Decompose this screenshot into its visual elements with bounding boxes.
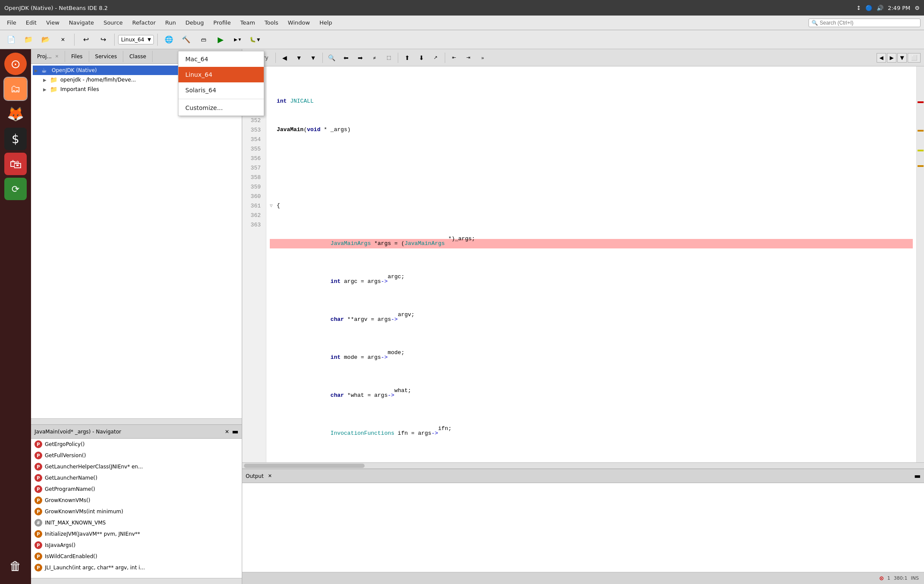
- platform-option-solaris64[interactable]: Solaris_64: [178, 82, 264, 98]
- editor-toolbar-sep-4: [445, 53, 445, 63]
- ed-more-button[interactable]: »: [476, 52, 489, 64]
- menu-navigate[interactable]: Navigate: [66, 18, 97, 28]
- menu-window[interactable]: Window: [284, 18, 313, 28]
- close-projects-tab-icon[interactable]: ✕: [55, 54, 59, 59]
- nav-item-growknownvms[interactable]: P GrowKnownVMs(): [31, 495, 242, 506]
- firefox-dock-icon[interactable]: 🦊: [4, 103, 27, 125]
- ed-next-button[interactable]: ➡: [354, 52, 367, 64]
- ed-forward-button[interactable]: ▼: [293, 52, 306, 64]
- clean-button[interactable]: 🗃: [196, 33, 211, 47]
- nav-item-getergo[interactable]: P GetErgoPolicy(): [31, 439, 242, 450]
- toolbar: 📄 📁 📂 ✕ ↩ ↪ Linux_64 ▼ 🌐 🔨 🗃 ▶ ▶▼ 🐛▼: [0, 30, 924, 49]
- terminal-dock-icon[interactable]: $: [4, 128, 27, 150]
- globe-button[interactable]: 🌐: [161, 33, 177, 47]
- menu-edit[interactable]: Edit: [22, 18, 40, 28]
- toolbar-separator-2: [114, 34, 115, 46]
- platform-dropdown[interactable]: Linux_64 ▼: [118, 35, 154, 44]
- platform-option-linux64[interactable]: Linux_64: [178, 67, 264, 82]
- debug-button[interactable]: 🐛▼: [247, 33, 263, 47]
- ubuntu-dock-icon[interactable]: ⊙: [4, 53, 27, 75]
- build-button[interactable]: 🔨: [178, 33, 194, 47]
- ed-indent-out[interactable]: ⇤: [448, 52, 461, 64]
- ed-prev-button[interactable]: ⬅: [340, 52, 353, 64]
- fold-marker-350[interactable]: ▽: [270, 201, 277, 210]
- code-line-jnicall: int JNICALL: [270, 97, 913, 106]
- menu-view[interactable]: View: [43, 18, 63, 28]
- new-file-button[interactable]: 📄: [3, 33, 19, 47]
- tree-node-icon: ☕: [41, 67, 50, 74]
- nav-item-initializejvm[interactable]: P InitializeJVM(JavaVM** pvm, JNIEnv**: [31, 528, 242, 540]
- menu-source[interactable]: Source: [100, 18, 126, 28]
- error-count-label: 1: [887, 575, 890, 581]
- nav-item-jlilaunch[interactable]: P JLI_Launch(int argc, char** argv, int …: [31, 562, 242, 573]
- nav-item-getlauncherhelper[interactable]: P GetLauncherHelperClass(JNIEnv* en...: [31, 461, 242, 472]
- platform-option-mac64[interactable]: Mac_64: [178, 51, 264, 67]
- menu-refactor[interactable]: Refactor: [129, 18, 159, 28]
- ed-back-button[interactable]: ◀: [278, 52, 291, 64]
- minimize-output-icon[interactable]: ▬: [914, 472, 921, 480]
- menu-run[interactable]: Run: [162, 18, 179, 28]
- tab-projects[interactable]: Proj... ✕: [31, 51, 65, 62]
- open-button[interactable]: 📂: [38, 33, 53, 47]
- tab-classes[interactable]: Classe: [123, 51, 153, 62]
- undo-button[interactable]: ↩: [78, 33, 94, 47]
- nav-item-getprogramname[interactable]: P GetProgramName(): [31, 484, 242, 495]
- nav-item-label-8: INIT_MAX_KNOWN_VMS: [45, 520, 106, 526]
- hscroll-thumb[interactable]: [244, 464, 365, 468]
- settings-icon[interactable]: ⚙: [915, 5, 920, 11]
- nav-icon-method-10: P: [34, 553, 42, 560]
- ed-down-icon[interactable]: ⬇: [415, 52, 428, 64]
- navigator-title: JavaMain(void* _args) - Navigator: [34, 429, 121, 435]
- menu-profile[interactable]: Profile: [210, 18, 234, 28]
- tree-item-label-2: openjdk - /home/fimh/Deve...: [60, 77, 136, 83]
- ed-find-button[interactable]: 🔍: [325, 52, 338, 64]
- search-box[interactable]: 🔍: [808, 19, 921, 27]
- redo-button[interactable]: ↪: [95, 33, 111, 47]
- tab-files[interactable]: Files: [65, 51, 89, 62]
- close-output-icon[interactable]: ✕: [268, 473, 272, 479]
- menu-debug[interactable]: Debug: [182, 18, 207, 28]
- menu-team[interactable]: Team: [237, 18, 258, 28]
- editor-next-arrow[interactable]: ▶: [887, 53, 896, 63]
- run-button[interactable]: ▶: [213, 33, 228, 47]
- tab-services-label: Services: [95, 53, 117, 60]
- nav-item-getfull[interactable]: P GetFullVersion(): [31, 450, 242, 461]
- editor-prev-arrow[interactable]: ◀: [877, 53, 886, 63]
- navigator-hscroll[interactable]: [31, 578, 242, 584]
- nav-item-init-max[interactable]: # INIT_MAX_KNOWN_VMS: [31, 517, 242, 528]
- search-input[interactable]: [820, 20, 918, 26]
- nav-item-isjavaargs[interactable]: P IsJavaArgs(): [31, 540, 242, 551]
- editor-maximize[interactable]: ⬜: [908, 53, 921, 63]
- software-center-dock-icon[interactable]: 🛍: [4, 153, 27, 175]
- project-tree-hscroll[interactable]: [31, 418, 242, 424]
- menu-help[interactable]: Help: [316, 18, 336, 28]
- nav-item-getlaunchername[interactable]: P GetLauncherName(): [31, 472, 242, 484]
- tab-services[interactable]: Services: [89, 51, 124, 62]
- close-navigator-icon[interactable]: ✕: [225, 429, 229, 435]
- code-content[interactable]: int JNICALL JavaMain(void * _args) ▽ {: [266, 66, 916, 462]
- menu-tools[interactable]: Tools: [261, 18, 282, 28]
- trash-dock-icon[interactable]: 🗑: [4, 555, 27, 577]
- nav-item-growknownvms2[interactable]: P GrowKnownVMs(int minimum): [31, 506, 242, 517]
- ed-fwd2-button[interactable]: ▼: [307, 52, 320, 64]
- sort-icon: ↕: [856, 5, 861, 11]
- close-button[interactable]: ✕: [55, 33, 71, 47]
- minimize-navigator-icon[interactable]: ▬: [232, 427, 238, 436]
- ed-indent-in[interactable]: ⇥: [462, 52, 475, 64]
- line-357: 357: [242, 163, 263, 173]
- editor-toolbar-sep: [275, 53, 276, 63]
- editor-down-arrow[interactable]: ▼: [897, 53, 907, 63]
- menu-file[interactable]: File: [3, 18, 20, 28]
- ed-select-button[interactable]: ⬚: [382, 52, 395, 64]
- ed-up-icon[interactable]: ⬆: [401, 52, 414, 64]
- run-menu-button[interactable]: ▶▼: [230, 33, 246, 47]
- files-dock-icon[interactable]: 🗂: [4, 78, 27, 100]
- platform-option-customize[interactable]: Customize...: [178, 100, 264, 116]
- output-header: Output ✕ ▬: [242, 469, 924, 483]
- new-project-button[interactable]: 📁: [21, 33, 36, 47]
- nav-item-iswildcard[interactable]: P IsWildCardEnabled(): [31, 551, 242, 562]
- ed-diff-button[interactable]: ≠: [368, 52, 381, 64]
- code-hscroll[interactable]: [242, 462, 924, 468]
- update-manager-dock-icon[interactable]: ⟳: [4, 178, 27, 200]
- ed-jump-icon[interactable]: ↗: [429, 52, 442, 64]
